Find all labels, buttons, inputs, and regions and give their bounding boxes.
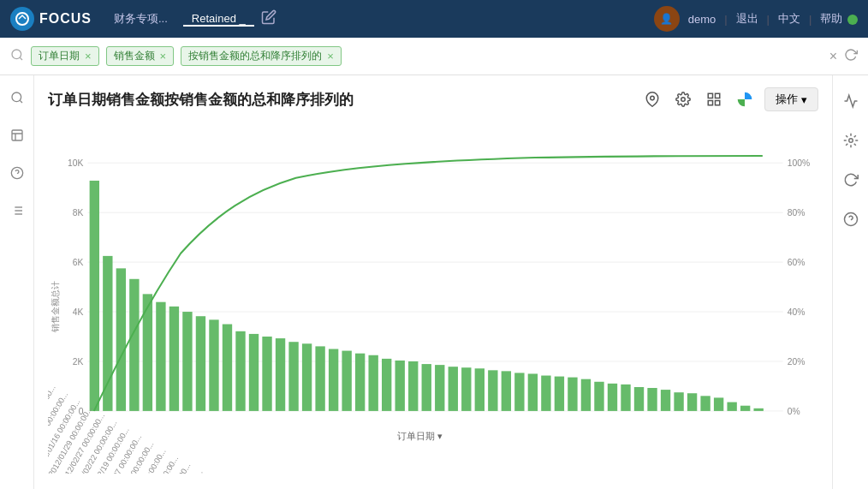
- svg-rect-3: [12, 130, 22, 140]
- svg-point-13: [681, 98, 686, 102]
- grid-icon[interactable]: [703, 88, 725, 110]
- bar-21: [368, 355, 378, 411]
- bar-36: [568, 378, 577, 411]
- logout-link[interactable]: 退出: [736, 11, 758, 27]
- search-refresh-button[interactable]: [844, 48, 858, 65]
- settings-circle-icon[interactable]: [839, 128, 863, 152]
- bar-45: [687, 393, 697, 411]
- chart-container: 10K 8K 6K 4K 2K 0 100% 80% 60% 40% 20% 0…: [48, 122, 818, 474]
- bar-30: [488, 370, 497, 411]
- chart-title: 订单日期销售金额按销售金额的总和降序排列的: [48, 90, 641, 110]
- bar-25: [422, 364, 431, 411]
- avatar: 👤: [654, 6, 680, 32]
- pie-chart-icon[interactable]: [734, 88, 756, 110]
- operate-button[interactable]: 操作 ▾: [764, 87, 818, 111]
- bar-13: [262, 337, 271, 411]
- bar-16: [302, 343, 312, 411]
- refresh-icon[interactable]: [839, 168, 863, 192]
- svg-text:20%: 20%: [788, 357, 806, 367]
- logo-icon: [10, 7, 34, 31]
- svg-text:100%: 100%: [788, 158, 810, 168]
- bar-41: [634, 387, 644, 411]
- bar-43: [661, 390, 670, 411]
- lang-switch[interactable]: 中文: [778, 11, 800, 27]
- bar-35: [555, 377, 564, 411]
- chart-title-bar: 订单日期销售金额按销售金额的总和降序排列的 操作 ▾: [48, 87, 818, 111]
- help-link[interactable]: 帮助: [820, 11, 858, 27]
- search-clear-button[interactable]: ×: [829, 49, 837, 64]
- bar-49: [740, 406, 750, 411]
- bar-22: [382, 359, 391, 411]
- logo-area: FOCUS: [10, 7, 92, 31]
- bar-15: [288, 342, 298, 411]
- bar-46: [700, 396, 710, 411]
- question-icon[interactable]: [839, 207, 863, 231]
- bar-32: [514, 373, 524, 410]
- sidebar-icon-list[interactable]: [5, 199, 29, 223]
- bar-27: [449, 367, 458, 411]
- edit-icon[interactable]: [261, 9, 280, 28]
- bar-48: [727, 403, 736, 411]
- line-chart-icon[interactable]: [839, 89, 863, 113]
- tag-sales-amount[interactable]: 销售金额 ×: [106, 46, 175, 66]
- bar-44: [674, 392, 683, 411]
- bar-6: [169, 307, 179, 411]
- main-wrap: 订单日期销售金额按销售金额的总和降序排列的 操作 ▾: [0, 75, 868, 489]
- bar-19: [342, 351, 351, 411]
- tag-close-1[interactable]: ×: [160, 50, 167, 63]
- tag-close-0[interactable]: ×: [85, 50, 92, 63]
- svg-rect-15: [716, 93, 720, 98]
- svg-text:40%: 40%: [788, 307, 806, 317]
- bar-37: [581, 379, 591, 411]
- bar-8: [196, 316, 205, 411]
- nav-item-retained[interactable]: Retained _: [183, 12, 254, 27]
- settings-icon[interactable]: [672, 88, 694, 110]
- sidebar-icon-question[interactable]: [5, 161, 29, 185]
- header: FOCUS 财务专项... Retained _ 👤 demo | 退出 | 中…: [0, 0, 868, 38]
- bar-26: [435, 365, 444, 411]
- bar-12: [249, 334, 259, 411]
- chart-actions: 操作 ▾: [641, 87, 818, 111]
- x-axis-title: 订单日期 ▾: [397, 431, 443, 441]
- sidebar-icon-bookmark[interactable]: [5, 123, 29, 147]
- right-panel: [832, 75, 868, 489]
- bar-24: [408, 361, 418, 411]
- bar-10: [223, 325, 232, 411]
- tag-sort-desc[interactable]: 按销售金额的总和降序排列的 ×: [181, 46, 342, 66]
- search-bar: 订单日期 × 销售金额 × 按销售金额的总和降序排列的 × ×: [0, 38, 868, 75]
- bar-39: [608, 384, 617, 411]
- search-icon: [10, 48, 24, 65]
- bar-5: [156, 302, 165, 411]
- svg-point-66: [848, 139, 853, 143]
- tag-order-date[interactable]: 订单日期 ×: [31, 46, 99, 66]
- svg-rect-17: [708, 101, 712, 105]
- svg-text:10K: 10K: [68, 158, 83, 168]
- bar-34: [541, 376, 550, 411]
- svg-point-1: [12, 50, 21, 59]
- svg-text:销售金额总计: 销售金额总计: [51, 281, 60, 333]
- svg-rect-16: [716, 101, 720, 105]
- chart-svg: 10K 8K 6K 4K 2K 0 100% 80% 60% 40% 20% 0…: [48, 122, 818, 474]
- svg-text:4K: 4K: [73, 307, 84, 317]
- svg-point-12: [651, 96, 655, 100]
- bar-18: [329, 349, 338, 411]
- bar-50: [753, 408, 763, 411]
- bar-40: [621, 385, 630, 411]
- nav-item-caiwu[interactable]: 财务专项...: [105, 11, 176, 27]
- bar-33: [528, 373, 538, 410]
- logo-text: FOCUS: [39, 11, 92, 27]
- username: demo: [688, 13, 716, 26]
- svg-text:2K: 2K: [73, 357, 84, 367]
- bar-1: [103, 256, 112, 411]
- tag-close-2[interactable]: ×: [327, 50, 334, 63]
- svg-rect-14: [708, 93, 712, 98]
- bar-3: [129, 279, 139, 411]
- bar-0: [90, 181, 99, 411]
- content-area: 订单日期销售金额按销售金额的总和降序排列的 操作 ▾: [34, 75, 832, 489]
- bar-7: [182, 312, 192, 411]
- sidebar-icon-search[interactable]: [5, 86, 29, 110]
- bar-23: [395, 361, 405, 411]
- svg-text:8K: 8K: [73, 208, 84, 218]
- pin-icon[interactable]: [641, 88, 663, 110]
- svg-text:6K: 6K: [73, 258, 84, 267]
